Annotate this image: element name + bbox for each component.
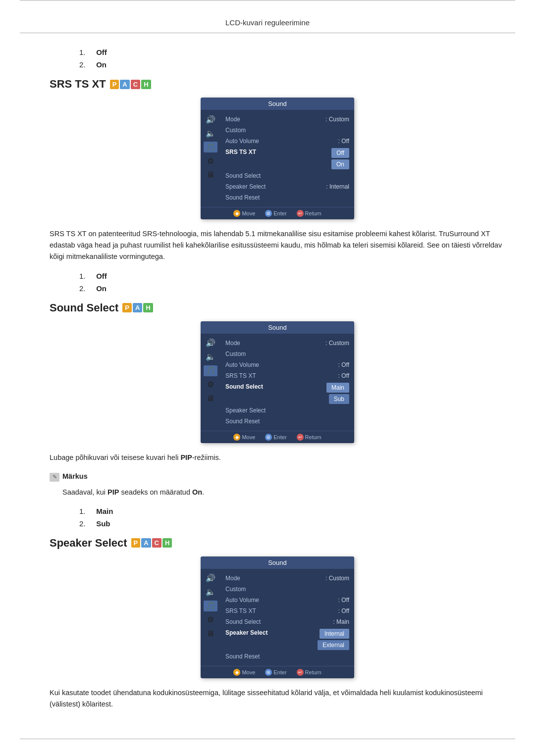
srs-menu-items: Mode : Custom Custom Auto Volume : Off	[220, 110, 354, 207]
note-block: ✎ Märkus	[50, 472, 505, 482]
badge-p: P	[122, 303, 132, 312]
srs-menu-title: Sound	[201, 98, 354, 110]
srs-menu-body: 🔊 🔈 🎵 ⚙ 🖥 Mode : Custom Custom	[201, 110, 354, 207]
option-external: External	[318, 640, 349, 650]
menu-row-auto-volume: Auto Volume : Off	[225, 136, 349, 147]
menu-icon-1: 🔊	[204, 338, 217, 349]
list-item: 1. Main	[79, 507, 505, 515]
menu-row-srs-ts-xt: SRS TS XT Off On	[225, 147, 349, 170]
sound-select-menu-body: 🔊 🔈 🎵 ⚙ 🖥 Mode : Custom Custom	[201, 334, 354, 431]
return-icon: ↩	[297, 669, 304, 676]
footer-enter: ⊞ Enter	[265, 669, 286, 676]
option-main: Main	[326, 383, 349, 393]
menu-icon-2: 🔈	[204, 128, 217, 139]
footer-move: ◆ Move	[233, 669, 255, 676]
return-icon: ↩	[297, 434, 304, 441]
srs-menu-footer: ◆ Move ⊞ Enter ↩ Return	[201, 207, 354, 219]
sound-select-menu-panel: Sound 🔊 🔈 🎵 ⚙ 🖥 Mode : Custom	[201, 321, 354, 443]
speaker-select-menu-items: Mode : Custom Custom Auto Volume : Off	[220, 569, 354, 666]
note-icon: ✎	[50, 473, 59, 482]
note-text: Saadaval, kui PIP seadeks on määratud On…	[62, 487, 505, 498]
srs-menu-icons: 🔊 🔈 🎵 ⚙ 🖥	[201, 110, 220, 207]
badge-a: A	[120, 80, 129, 89]
badge-p: P	[110, 80, 119, 89]
menu-row-sound-reset: Sound Reset	[225, 651, 349, 662]
badge-c: C	[131, 80, 140, 89]
footer-return: ↩ Return	[297, 210, 321, 217]
speaker-select-menu-icons: 🔊 🔈 🎵 ⚙ 🖥	[201, 569, 220, 666]
enter-icon: ⊞	[265, 669, 272, 676]
option-off: Off	[331, 148, 349, 158]
menu-icon-4: ⚙	[204, 155, 217, 166]
menu-icon-1: 🔊	[204, 114, 217, 125]
menu-icon-3-active: 🎵	[204, 142, 217, 152]
menu-icon-4: ⚙	[204, 614, 217, 625]
menu-icon-5: 🖥	[204, 393, 217, 404]
sound-select-menu-footer: ◆ Move ⊞ Enter ↩ Return	[201, 431, 354, 443]
speaker-select-badges: P A C H	[131, 538, 172, 548]
menu-row-custom: Custom	[225, 125, 349, 136]
menu-row-mode: Mode : Custom	[225, 114, 349, 125]
sound-select-heading: Sound Select P A H	[50, 302, 505, 314]
badge-p: P	[131, 538, 141, 548]
footer-return: ↩ Return	[297, 434, 321, 441]
top-rule	[20, 0, 515, 9]
srs-post-list: 1. Off 2. On	[79, 272, 505, 293]
menu-row-mode: Mode : Custom	[225, 573, 349, 584]
menu-row-sound-select: Sound Select	[225, 170, 349, 181]
option-sub: Sub	[329, 394, 349, 404]
option-internal: Internal	[320, 629, 349, 639]
sound-select-menu-items: Mode : Custom Custom Auto Volume : Off	[220, 334, 354, 431]
sound-select-menu-wrapper: Sound 🔊 🔈 🎵 ⚙ 🖥 Mode : Custom	[50, 321, 505, 443]
menu-row-sound-select: Sound Select : Main	[225, 616, 349, 627]
menu-row-srs-ts-xt: SRS TS XT : Off	[225, 605, 349, 616]
menu-row-speaker-select: Speaker Select Internal External	[225, 627, 349, 651]
badge-c: C	[152, 538, 161, 548]
badge-h: H	[143, 303, 153, 312]
sound-select-description: Lubage põhikuvari või teisese kuvari hel…	[50, 452, 505, 463]
badge-h: H	[162, 538, 172, 548]
note-heading: Märkus	[62, 472, 88, 480]
footer-move: ◆ Move	[233, 434, 255, 441]
srs-description: SRS TS XT on patenteeritud SRS-tehnoloog…	[50, 228, 505, 263]
srs-menu-wrapper: Sound 🔊 🔈 🎵 ⚙ 🖥 Mode : Custom	[50, 98, 505, 219]
page-container: LCD-kuvari reguleerimine 1. Off 2. On SR…	[0, 0, 535, 739]
speaker-select-menu-title: Sound	[201, 556, 354, 569]
menu-row-custom: Custom	[225, 584, 349, 595]
move-icon: ◆	[233, 434, 240, 441]
list-item: 1. Off	[79, 48, 505, 56]
srs-badges: P A C H	[110, 80, 151, 89]
footer-enter: ⊞ Enter	[265, 434, 286, 441]
menu-row-sound-reset: Sound Reset	[225, 192, 349, 203]
footer-enter: ⊞ Enter	[265, 210, 286, 217]
badge-h: H	[141, 80, 151, 89]
menu-icon-2: 🔈	[204, 352, 217, 362]
speaker-select-menu-panel: Sound 🔊 🔈 🎵 ⚙ 🖥 Mode : Custom	[201, 556, 354, 678]
menu-row-auto-volume: Auto Volume : Off	[225, 595, 349, 605]
menu-row-auto-volume: Auto Volume : Off	[225, 359, 349, 370]
sound-select-post-list: 1. Main 2. Sub	[79, 507, 505, 528]
list-item: 2. On	[79, 60, 505, 69]
menu-row-custom: Custom	[225, 349, 349, 359]
srs-pre-list: 1. Off 2. On	[79, 48, 505, 69]
srs-ts-xt-heading: SRS TS XT P A C H	[50, 78, 505, 91]
menu-icon-3-active: 🎵	[204, 601, 217, 611]
content-area: 1. Off 2. On SRS TS XT P A C H Sound	[0, 33, 535, 734]
menu-icon-5: 🖥	[204, 169, 217, 180]
menu-row-mode: Mode : Custom	[225, 338, 349, 349]
list-item: 1. Off	[79, 272, 505, 280]
menu-icon-5: 🖥	[204, 628, 217, 639]
move-icon: ◆	[233, 210, 240, 217]
speaker-select-description: Kui kasutate toodet ühendatuna kodukinos…	[50, 687, 505, 710]
speaker-select-menu-footer: ◆ Move ⊞ Enter ↩ Return	[201, 666, 354, 678]
speaker-select-menu-body: 🔊 🔈 🎵 ⚙ 🖥 Mode : Custom Custom	[201, 569, 354, 666]
menu-row-speaker-select: Speaker Select : Internal	[225, 181, 349, 192]
option-on: On	[331, 159, 349, 169]
menu-icon-4: ⚙	[204, 379, 217, 390]
enter-icon: ⊞	[265, 434, 272, 441]
menu-row-speaker-select: Speaker Select	[225, 405, 349, 416]
sound-select-badges: P A H	[122, 303, 153, 312]
page-title: LCD-kuvari reguleerimine	[20, 9, 515, 33]
footer-move: ◆ Move	[233, 210, 255, 217]
menu-row-srs-ts-xt: SRS TS XT : Off	[225, 370, 349, 381]
